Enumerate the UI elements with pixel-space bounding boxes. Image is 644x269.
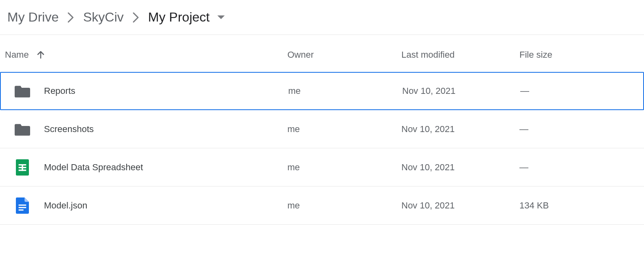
breadcrumb: My Drive SkyCiv My Project (0, 0, 644, 35)
file-modified: Nov 10, 2021 (402, 86, 520, 96)
file-name-cell: Model.json (5, 197, 287, 214)
file-name-cell: Screenshots (5, 123, 287, 136)
svg-rect-7 (19, 209, 24, 210)
caret-down-icon[interactable] (217, 15, 225, 20)
folder-icon (15, 123, 30, 136)
sheet-icon (15, 159, 30, 176)
svg-rect-5 (19, 204, 26, 206)
column-header-row: Name Owner Last modified File size (0, 35, 644, 72)
column-header-modified[interactable]: Last modified (401, 50, 519, 60)
file-owner: me (287, 162, 401, 173)
doc-icon (15, 197, 30, 214)
column-header-owner[interactable]: Owner (287, 50, 401, 60)
file-size: 134 KB (519, 200, 639, 211)
folder-icon (15, 85, 30, 98)
file-modified: Nov 10, 2021 (401, 200, 519, 211)
file-name: Screenshots (44, 124, 94, 134)
svg-rect-4 (22, 164, 23, 171)
svg-rect-6 (19, 207, 26, 208)
file-owner: me (288, 86, 402, 96)
breadcrumb-item-1[interactable]: SkyCiv (83, 10, 124, 25)
column-header-name[interactable]: Name (5, 50, 287, 60)
arrow-up-icon (36, 50, 45, 59)
file-size: — (520, 86, 638, 96)
file-row[interactable]: ScreenshotsmeNov 10, 2021— (0, 110, 644, 148)
file-name-cell: Reports (6, 85, 288, 98)
chevron-right-icon (68, 12, 74, 23)
file-size: — (519, 124, 639, 134)
file-name-cell: Model Data Spreadsheet (5, 159, 287, 176)
file-size: — (519, 162, 639, 173)
file-name: Model Data Spreadsheet (44, 162, 143, 173)
file-name: Model.json (44, 200, 87, 211)
file-row[interactable]: ReportsmeNov 10, 2021— (0, 72, 644, 110)
file-owner: me (287, 200, 401, 211)
breadcrumb-item-root[interactable]: My Drive (7, 10, 59, 25)
breadcrumb-current-label: My Project (148, 10, 210, 25)
file-row[interactable]: Model Data SpreadsheetmeNov 10, 2021— (0, 148, 644, 187)
column-header-size[interactable]: File size (519, 50, 639, 60)
file-owner: me (287, 124, 401, 134)
file-modified: Nov 10, 2021 (401, 162, 519, 173)
column-name-label: Name (5, 50, 29, 60)
chevron-right-icon (133, 12, 139, 23)
file-modified: Nov 10, 2021 (401, 124, 519, 134)
file-list: ReportsmeNov 10, 2021—ScreenshotsmeNov 1… (0, 72, 644, 225)
file-row[interactable]: Model.jsonmeNov 10, 2021134 KB (0, 187, 644, 225)
file-name: Reports (44, 86, 75, 96)
breadcrumb-item-current[interactable]: My Project (148, 10, 225, 25)
